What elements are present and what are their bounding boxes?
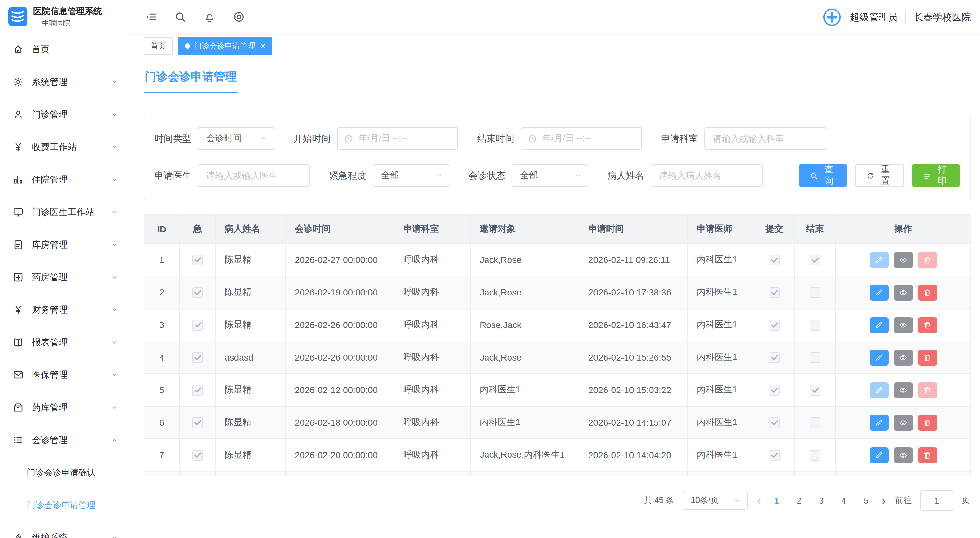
- ended-checkbox[interactable]: [810, 352, 821, 363]
- view-button[interactable]: [894, 382, 913, 398]
- wrench-icon: [13, 532, 24, 538]
- page-number-1[interactable]: 1: [770, 495, 783, 505]
- edit-button[interactable]: [869, 284, 888, 300]
- field-patient: 病人姓名: [608, 164, 763, 187]
- submitted-checkbox[interactable]: [769, 417, 780, 428]
- sidebar-item-1[interactable]: 系统管理: [0, 66, 127, 98]
- delete-button[interactable]: [918, 382, 937, 398]
- page-number-5[interactable]: 5: [860, 495, 872, 505]
- ended-checkbox[interactable]: [810, 320, 821, 331]
- doctor-input[interactable]: [198, 164, 310, 187]
- sidebar-item-7[interactable]: 药房管理: [0, 261, 127, 294]
- delete-button[interactable]: [918, 414, 937, 430]
- user-name[interactable]: 超级管理员: [850, 11, 898, 23]
- delete-button[interactable]: [918, 349, 937, 365]
- start-time-input[interactable]: 年/月/日 --:--: [337, 127, 458, 150]
- urgent-checkbox[interactable]: [192, 352, 203, 363]
- ended-checkbox[interactable]: [810, 287, 821, 298]
- ended-checkbox[interactable]: [810, 450, 821, 461]
- sidebar-item-2[interactable]: 门诊管理: [0, 98, 127, 131]
- urgent-checkbox[interactable]: [192, 450, 203, 461]
- settings-icon[interactable]: [233, 11, 246, 24]
- page-size-select[interactable]: 10条/页: [682, 491, 748, 510]
- view-button[interactable]: [894, 414, 913, 430]
- end-time-input[interactable]: 年/月/日 --:--: [520, 127, 642, 150]
- user-avatar[interactable]: [822, 7, 842, 27]
- tab-1[interactable]: 门诊会诊申请管理×: [178, 37, 272, 55]
- tab-0[interactable]: 首页: [143, 37, 173, 55]
- page-number-4[interactable]: 4: [837, 495, 850, 505]
- time-type-select[interactable]: 会诊时间: [198, 127, 274, 150]
- sidebar-item-9[interactable]: 报表管理: [0, 326, 127, 359]
- column-header: 操作: [835, 215, 971, 244]
- filter-panel: 时间类型 会诊时间 开始时间 年/月/日 --:--: [143, 114, 971, 201]
- edit-button[interactable]: [869, 414, 888, 430]
- page-number-3[interactable]: 3: [815, 495, 828, 505]
- edit-button[interactable]: [869, 252, 888, 268]
- sidebar-item-12[interactable]: 会诊管理: [0, 424, 127, 456]
- cell-patient: 陈显精: [215, 276, 285, 309]
- page-number-2[interactable]: 2: [793, 495, 805, 505]
- ended-checkbox[interactable]: [810, 385, 821, 396]
- urgent-checkbox[interactable]: [192, 287, 203, 298]
- sidebar-item-label: 系统管理: [32, 76, 68, 88]
- view-button[interactable]: [894, 349, 913, 365]
- goto-page-input[interactable]: [920, 490, 953, 511]
- next-page-button[interactable]: ›: [881, 495, 887, 506]
- edit-button[interactable]: [869, 349, 888, 365]
- urgent-checkbox[interactable]: [192, 385, 203, 396]
- sidebar-item-13[interactable]: 维护系统: [0, 521, 127, 538]
- view-button[interactable]: [894, 447, 913, 463]
- urgent-checkbox[interactable]: [192, 417, 203, 428]
- sidebar-item-5[interactable]: 门诊医生工作站: [0, 196, 127, 228]
- hospital-name[interactable]: 长春学校医院: [914, 11, 971, 23]
- status-select[interactable]: 全部: [512, 164, 588, 187]
- dept-input[interactable]: [705, 127, 826, 150]
- edit-button[interactable]: [869, 317, 888, 333]
- sidebar-item-8[interactable]: 财务管理: [0, 294, 127, 326]
- view-button[interactable]: [894, 284, 913, 300]
- delete-button[interactable]: [918, 284, 937, 300]
- cell-invitees: Jack,Rose: [471, 341, 579, 374]
- sidebar: 医院信息管理系统 中联医院 首页系统管理门诊管理收费工作站住院管理门诊医生工作站…: [0, 0, 128, 538]
- sidebar-subitem[interactable]: 门诊会诊申请管理: [0, 489, 127, 521]
- delete-button[interactable]: [918, 447, 937, 463]
- cell-patient: 陈显精: [215, 439, 285, 471]
- sidebar-item-3[interactable]: 收费工作站: [0, 131, 127, 163]
- submitted-checkbox[interactable]: [769, 255, 780, 266]
- notification-bell-icon[interactable]: [204, 11, 216, 24]
- sidebar-item-6[interactable]: 库房管理: [0, 228, 127, 261]
- search-button[interactable]: 查询: [799, 164, 847, 187]
- urgent-checkbox[interactable]: [192, 320, 203, 331]
- collapse-menu-icon[interactable]: [145, 11, 158, 24]
- urgency-select[interactable]: 全部: [372, 164, 449, 187]
- sidebar-item-11[interactable]: 药库管理: [0, 391, 127, 424]
- patient-input[interactable]: [651, 164, 763, 187]
- submitted-checkbox[interactable]: [769, 352, 780, 363]
- search-icon[interactable]: [174, 11, 187, 24]
- edit-button[interactable]: [869, 447, 888, 463]
- cell-consult-time: [285, 471, 394, 476]
- sidebar-subitem[interactable]: 门诊会诊申请确认: [0, 456, 127, 489]
- prev-page-button[interactable]: ‹: [756, 495, 762, 506]
- app-logo: [8, 6, 28, 27]
- sidebar-item-0[interactable]: 首页: [0, 33, 127, 66]
- ended-checkbox[interactable]: [810, 255, 821, 266]
- print-button[interactable]: 打印: [912, 164, 960, 187]
- view-button[interactable]: [894, 317, 913, 333]
- sidebar-item-10[interactable]: 医保管理: [0, 359, 127, 391]
- submitted-checkbox[interactable]: [769, 450, 780, 461]
- sidebar-item-4[interactable]: 住院管理: [0, 163, 127, 196]
- reset-button[interactable]: 重置: [854, 164, 904, 187]
- edit-button[interactable]: [869, 382, 888, 398]
- delete-button[interactable]: [918, 317, 937, 333]
- close-icon[interactable]: ×: [260, 41, 266, 51]
- submitted-checkbox[interactable]: [769, 287, 780, 298]
- submitted-checkbox[interactable]: [769, 320, 780, 331]
- submitted-checkbox[interactable]: [769, 385, 780, 396]
- view-button[interactable]: [894, 252, 913, 268]
- cell-dept: 呼吸内科: [394, 309, 471, 341]
- delete-button[interactable]: [918, 252, 937, 268]
- ended-checkbox[interactable]: [810, 417, 821, 428]
- urgent-checkbox[interactable]: [192, 255, 203, 266]
